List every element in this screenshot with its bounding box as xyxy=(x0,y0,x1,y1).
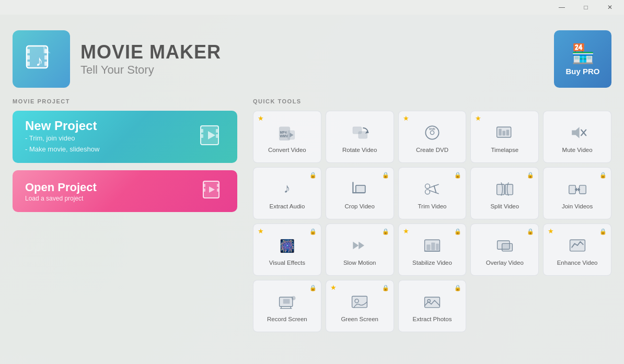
tool-card-overlay-video[interactable]: 🔒 Overlay Video xyxy=(470,224,539,276)
rotate-video-icon xyxy=(350,122,369,144)
stabilize-video-label: Stabilize Video xyxy=(412,260,452,267)
convert-video-label: Convert Video xyxy=(268,147,306,154)
svg-rect-11 xyxy=(201,134,203,138)
svg-rect-33 xyxy=(499,129,501,136)
svg-marker-36 xyxy=(572,127,579,138)
open-project-text: Open Project Load a saved project xyxy=(25,181,97,202)
split-video-label: Split Video xyxy=(490,203,519,210)
svg-text:DVD: DVD xyxy=(429,127,435,131)
crop-video-label: Crop Video xyxy=(345,203,375,210)
visual-effects-label: Visual Effects xyxy=(269,260,305,267)
rotate-video-label: Rotate Video xyxy=(342,147,377,154)
tool-card-join-videos[interactable]: 🔒 Join Videos xyxy=(543,167,611,219)
tool-card-visual-effects[interactable]: ★🔒 🎆 Visual Effects xyxy=(253,224,321,276)
slow-motion-label: Slow Motion xyxy=(343,260,376,267)
title-bar: — □ ✕ xyxy=(0,0,624,15)
tool-card-rotate-video[interactable]: Rotate Video xyxy=(326,111,394,163)
svg-text:WMV: WMV xyxy=(280,134,288,138)
star-badge: ★ xyxy=(258,114,264,122)
svg-rect-13 xyxy=(216,134,218,138)
svg-rect-1 xyxy=(27,49,30,53)
svg-rect-18 xyxy=(217,184,219,187)
tools-grid: ★ MP4 WMV Convert Video Rotate Video★ DV… xyxy=(253,111,611,332)
content-row: MOVIE PROJECT New Project - Trim, join v… xyxy=(0,98,624,364)
tool-card-extract-photos[interactable]: 🔒 Extract Photos xyxy=(398,280,467,332)
svg-text:🎆: 🎆 xyxy=(280,239,295,253)
svg-line-46 xyxy=(430,191,439,194)
new-project-desc: - Trim, join video - Make movie, slidesh… xyxy=(25,134,99,153)
lock-badge: 🔒 xyxy=(382,285,389,291)
svg-rect-51 xyxy=(579,185,586,194)
tool-card-slow-motion[interactable]: 🔒 Slow Motion xyxy=(326,224,394,276)
svg-rect-34 xyxy=(502,131,505,135)
svg-text:♪: ♪ xyxy=(36,53,43,69)
svg-rect-10 xyxy=(201,129,203,133)
join-videos-label: Join Videos xyxy=(562,203,593,210)
tool-card-timelapse[interactable]: ★ Timelapse xyxy=(470,111,539,163)
overlay-video-label: Overlay Video xyxy=(486,260,524,267)
logo-icon: ♪ xyxy=(24,39,59,79)
lock-badge: 🔒 xyxy=(527,172,534,179)
svg-rect-61 xyxy=(431,243,435,250)
svg-rect-35 xyxy=(506,130,509,136)
star-badge: ★ xyxy=(403,114,409,122)
maximize-button[interactable]: □ xyxy=(574,0,598,15)
tool-card-mute-video[interactable]: Mute Video xyxy=(543,111,611,163)
extract-audio-icon: ♪ xyxy=(278,178,296,200)
overlay-video-icon xyxy=(495,234,514,256)
open-project-icon xyxy=(202,178,225,205)
tool-card-convert-video[interactable]: ★ MP4 WMV Convert Video xyxy=(253,111,321,163)
new-project-button[interactable]: New Project - Trim, join video - Make mo… xyxy=(13,111,237,163)
star-badge: ★ xyxy=(258,227,264,235)
tool-card-trim-video[interactable]: 🔒 Trim Video xyxy=(398,167,467,219)
extract-audio-label: Extract Audio xyxy=(270,203,305,210)
tool-card-split-video[interactable]: 🔒 Split Video xyxy=(470,167,539,219)
tool-card-crop-video[interactable]: 🔒 Crop Video xyxy=(326,167,394,219)
svg-rect-19 xyxy=(217,189,219,192)
header-area: ♪ MOVIE MAKER Tell Your Story 🏪 Buy PRO xyxy=(0,15,624,98)
tool-card-enhance-video[interactable]: ★🔒 Enhance Video xyxy=(543,224,611,276)
lock-badge: 🔒 xyxy=(382,172,389,179)
svg-rect-2 xyxy=(27,55,30,60)
tool-card-record-screen[interactable]: 🔒 Record Screen xyxy=(253,280,321,332)
svg-rect-70 xyxy=(283,299,290,304)
lock-badge: 🔒 xyxy=(309,228,317,235)
trim-video-label: Trim Video xyxy=(418,203,447,210)
svg-point-44 xyxy=(425,184,430,189)
minimize-button[interactable]: — xyxy=(550,0,574,15)
svg-rect-48 xyxy=(496,184,504,195)
enhance-video-label: Enhance Video xyxy=(557,260,598,267)
close-button[interactable]: ✕ xyxy=(598,0,622,15)
svg-point-43 xyxy=(425,190,430,194)
tool-card-green-screen[interactable]: ★🔒 Green Screen xyxy=(326,280,394,332)
buy-pro-button[interactable]: 🏪 Buy PRO xyxy=(554,30,611,88)
svg-text:♪: ♪ xyxy=(284,181,291,195)
buy-pro-label: Buy PRO xyxy=(565,67,599,76)
tool-card-stabilize-video[interactable]: ★🔒 Stabilize Video xyxy=(398,224,467,276)
svg-rect-16 xyxy=(203,184,205,187)
star-badge: ★ xyxy=(330,284,337,291)
right-panel: QUICK TOOLS ★ MP4 WMV Convert Video Rota… xyxy=(253,98,611,354)
star-badge: ★ xyxy=(403,227,409,235)
app-subtitle: Tell Your Story xyxy=(80,63,554,77)
store-icon: 🏪 xyxy=(571,43,595,65)
open-project-button[interactable]: Open Project Load a saved project xyxy=(13,170,237,212)
record-screen-label: Record Screen xyxy=(267,316,307,323)
open-project-title: Open Project xyxy=(25,181,97,194)
lock-badge: 🔒 xyxy=(454,285,461,291)
record-screen-icon xyxy=(278,291,296,313)
new-project-title: New Project xyxy=(25,119,99,133)
tool-card-extract-audio[interactable]: 🔒 ♪ Extract Audio xyxy=(253,167,321,219)
lock-badge: 🔒 xyxy=(382,228,389,235)
green-screen-icon xyxy=(350,291,369,313)
svg-marker-56 xyxy=(353,242,359,249)
svg-text:MP4: MP4 xyxy=(280,131,287,134)
tool-card-create-dvd[interactable]: ★ DVD Create DVD xyxy=(398,111,467,163)
svg-rect-49 xyxy=(505,184,513,195)
lock-badge: 🔒 xyxy=(527,228,534,235)
join-videos-icon xyxy=(568,178,587,200)
svg-rect-6 xyxy=(44,62,48,66)
create-dvd-label: Create DVD xyxy=(416,147,448,154)
split-video-icon xyxy=(495,178,514,200)
visual-effects-icon: 🎆 xyxy=(278,234,296,256)
